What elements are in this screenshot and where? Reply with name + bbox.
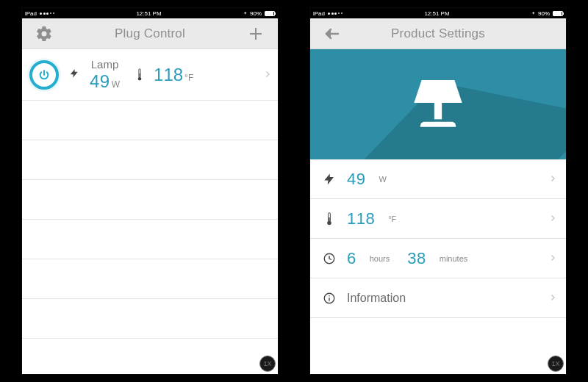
nav-bar: Plug Control <box>22 18 278 49</box>
page-title: Plug Control <box>56 26 244 41</box>
device-product-settings: iPad 12:51 PM ᛭ 90% Product Settings 49 … <box>310 8 566 374</box>
chevron-right-icon <box>263 68 272 82</box>
info-label: Information <box>347 292 406 305</box>
empty-row <box>22 101 278 140</box>
gear-icon <box>35 25 53 43</box>
status-bar: iPad 12:51 PM ᛭ 90% <box>310 8 566 18</box>
battery-pct-label: 90% <box>538 10 550 17</box>
settings-button[interactable] <box>32 25 56 43</box>
temp-value: 118 <box>154 65 183 84</box>
back-arrow-icon <box>323 25 341 43</box>
chevron-right-icon <box>548 292 557 305</box>
svg-rect-6 <box>434 103 442 119</box>
battery-icon <box>265 11 275 16</box>
info-icon <box>322 292 337 305</box>
temp-unit: °F <box>388 215 396 223</box>
nav-bar: Product Settings <box>310 18 566 49</box>
add-button[interactable] <box>244 25 268 43</box>
device-name-label: Lamp <box>91 58 119 71</box>
carrier-label: iPad <box>313 10 325 17</box>
empty-row <box>22 140 278 180</box>
back-button[interactable] <box>320 25 344 43</box>
row-uptime[interactable]: 6 hours 38 minutes <box>310 239 566 278</box>
power-toggle[interactable] <box>29 60 59 90</box>
thermometer-icon <box>136 68 143 82</box>
device-plug-control: iPad 12:51 PM ᛭ 90% Plug Control Lamp <box>22 8 278 374</box>
clock-label: 12:51 PM <box>54 10 243 17</box>
plus-icon <box>247 25 265 43</box>
watts-value: 49 <box>90 71 110 91</box>
watts-unit: W <box>112 79 120 90</box>
empty-row <box>22 220 278 259</box>
device-watts-block: Lamp 49W <box>90 58 120 92</box>
battery-pct-label: 90% <box>250 10 262 17</box>
chevron-right-icon <box>548 173 557 186</box>
empty-row <box>22 180 278 220</box>
thermometer-icon <box>322 212 337 226</box>
status-bar: iPad 12:51 PM ᛭ 90% <box>22 8 278 18</box>
temp-unit: °F <box>184 73 193 83</box>
temp-value: 118 <box>347 209 375 228</box>
row-temperature[interactable]: 118 °F <box>310 199 566 239</box>
lamp-icon <box>406 71 470 137</box>
bolt-icon <box>322 173 337 186</box>
chevron-right-icon <box>548 252 557 265</box>
clock-icon <box>322 252 337 265</box>
signal-strength-icon <box>328 12 343 15</box>
row-information[interactable]: Information <box>310 278 566 318</box>
hours-unit: hours <box>370 254 390 263</box>
row-power[interactable]: 49 W <box>310 159 566 199</box>
product-hero <box>310 49 566 159</box>
device-list: Lamp 49W 118°F <box>22 49 278 339</box>
signal-strength-icon <box>40 12 54 15</box>
battery-icon <box>553 11 563 16</box>
svg-point-13 <box>329 295 330 296</box>
watts-value: 49 <box>347 170 365 189</box>
carrier-label: iPad <box>25 10 37 17</box>
clock-label: 12:51 PM <box>343 10 531 17</box>
bolt-icon <box>69 68 79 82</box>
hours-value: 6 <box>347 249 356 268</box>
power-icon <box>38 69 50 81</box>
empty-row <box>22 259 278 299</box>
watts-unit: W <box>379 175 386 184</box>
page-title: Product Settings <box>344 26 532 41</box>
minutes-value: 38 <box>407 249 426 268</box>
minutes-unit: minutes <box>440 254 468 263</box>
device-row-lamp[interactable]: Lamp 49W 118°F <box>22 49 278 101</box>
bluetooth-icon: ᛭ <box>243 10 247 17</box>
bluetooth-icon: ᛭ <box>531 10 535 17</box>
scale-badge: 1X <box>548 356 564 372</box>
empty-row <box>22 299 278 339</box>
chevron-right-icon <box>548 212 557 226</box>
scale-badge: 1X <box>259 356 276 372</box>
